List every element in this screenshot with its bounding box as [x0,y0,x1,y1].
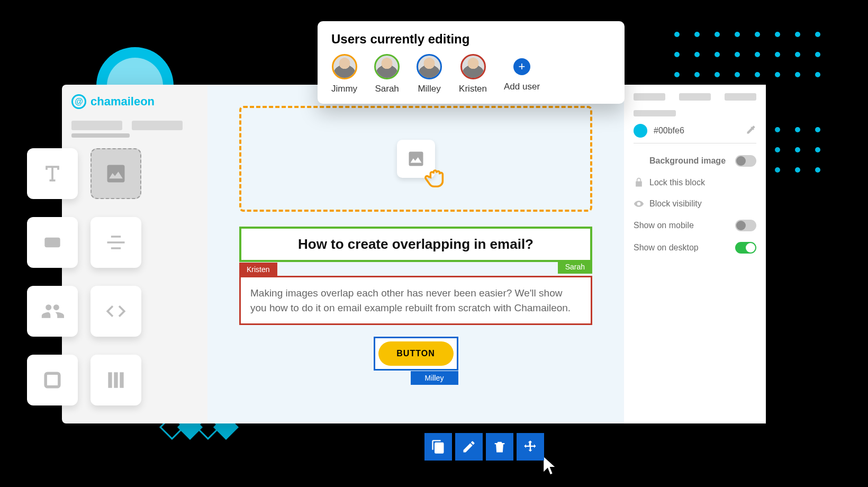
visibility-label: Block visibility [649,199,702,209]
headline-block[interactable]: How to create overlapping in email? Sara… [239,227,592,262]
stub-bar [71,133,130,138]
avatar [417,54,442,79]
user-jimmy[interactable]: Jimmy [331,54,357,94]
avatar [460,54,486,79]
users-popover-title: Users currently editing [331,32,611,47]
users-list: Jimmy Sarah Milley Kristen + Add user [331,54,611,94]
color-hex: #00bfe6 [654,126,739,136]
svg-rect-1 [46,373,59,387]
user-name: Jimmy [331,84,357,94]
svg-rect-0 [44,238,60,247]
settings-sidebar: #00bfe6 Background image Lock this block… [624,85,766,423]
show-mobile-row: Show on mobile [634,220,756,231]
palette-code[interactable] [91,286,141,337]
edit-button[interactable] [455,433,483,461]
body-block[interactable]: Kristen Making images overlap each other… [239,276,592,325]
show-mobile-toggle[interactable] [735,220,756,231]
user-kristen[interactable]: Kristen [459,54,487,94]
user-name: Sarah [374,84,400,94]
eyedropper-icon [746,124,756,135]
code-icon [104,300,128,323]
text-icon [41,162,64,185]
trash-icon [492,439,507,454]
bg-image-row: Background image [634,155,756,167]
duplicate-icon [431,439,446,454]
bg-image-label: Background image [649,156,726,166]
decor-half-circle [96,47,174,86]
background-color-row[interactable]: #00bfe6 [634,124,756,143]
element-palette [27,148,141,405]
color-swatch[interactable] [634,124,647,138]
lock-label: Lock this block [649,178,705,187]
edit-icon [462,439,476,454]
show-desktop-label: Show on desktop [634,243,699,252]
box-icon [41,368,64,392]
body-text: Making images overlap each other has nev… [250,287,571,313]
move-button[interactable] [517,433,544,461]
move-icon [523,439,538,454]
user-milley[interactable]: Milley [417,54,442,94]
grab-hand-icon [423,165,447,192]
decor-dot-grid [674,32,820,77]
collab-tag-sarah: Sarah [558,260,592,274]
lock-icon [634,177,644,188]
block-visibility-row: Block visibility [634,199,756,209]
palette-block[interactable] [27,217,78,268]
user-name: Kristen [459,84,487,94]
show-desktop-row: Show on desktop [634,242,756,254]
brand-name: chamaileon [91,95,155,109]
divider-icon [104,231,128,254]
columns-icon [104,368,128,392]
block-toolbar [424,433,544,461]
users-popover: Users currently editing Jimmy Sarah Mill… [318,21,625,104]
palette-people[interactable] [27,286,78,337]
user-sarah[interactable]: Sarah [374,54,400,94]
palette-image[interactable] [91,148,141,199]
show-desktop-toggle[interactable] [735,242,756,254]
bg-image-toggle[interactable] [735,155,756,167]
people-icon [41,300,64,323]
avatar [332,54,357,79]
stub-tabs [71,121,198,130]
editor-canvas: How to create overlapping in email? Sara… [207,85,624,423]
lock-block-row[interactable]: Lock this block [634,177,756,188]
plus-icon: + [513,58,530,75]
cta-button[interactable]: BUTTON [378,341,454,366]
palette-box[interactable] [27,355,78,405]
block-icon [41,231,64,254]
duplicate-button[interactable] [424,433,452,461]
collab-tag-kristen: Kristen [239,263,277,276]
button-block[interactable]: BUTTON Milley [374,337,458,371]
eye-icon [634,199,644,209]
add-user-button[interactable]: + Add user [504,54,540,92]
avatar [374,54,400,79]
palette-columns[interactable] [91,355,141,405]
add-user-label: Add user [504,82,540,92]
image-dropzone[interactable] [239,106,592,212]
brand: @ chamaileon [71,94,198,109]
app-window: @ chamaileon How to create overlapping i… [62,85,766,423]
user-name: Milley [417,84,442,94]
eyedropper-button[interactable] [746,124,756,137]
at-icon: @ [71,94,86,109]
collab-tag-milley: Milley [411,371,458,385]
delete-button[interactable] [486,433,513,461]
headline-text: How to create overlapping in email? [248,236,584,252]
palette-text[interactable] [27,148,78,199]
palette-divider[interactable] [91,217,141,268]
show-mobile-label: Show on mobile [634,221,694,230]
image-icon [104,162,128,185]
